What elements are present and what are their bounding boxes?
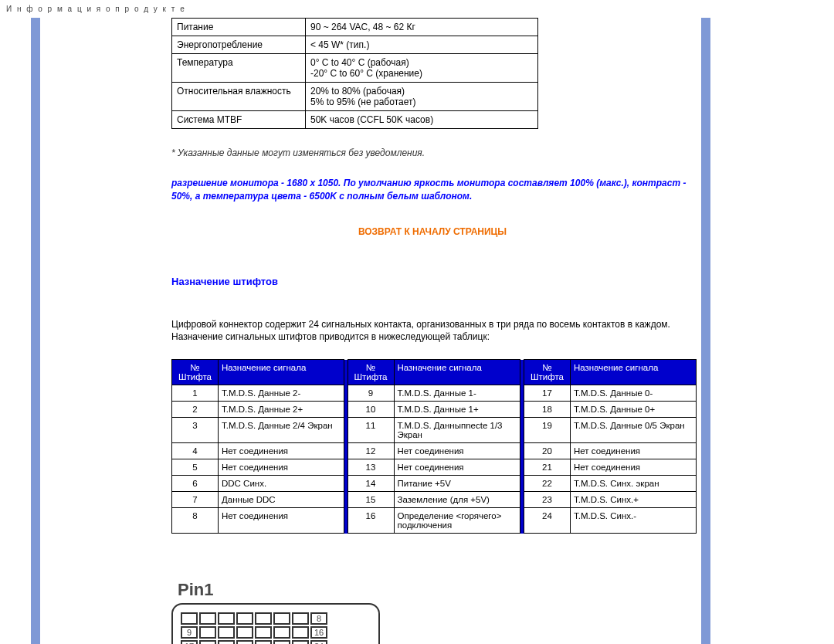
spec-label: Система MTBF bbox=[172, 111, 306, 129]
pin-sig: Нет соединения bbox=[394, 443, 520, 459]
pin-description: Цифровой коннектор содержит 24 сигнальны… bbox=[171, 318, 693, 344]
pin-box bbox=[181, 612, 198, 625]
table-row: 8Нет соединения16Определение <горячего> … bbox=[172, 508, 697, 534]
pin-num: 14 bbox=[348, 476, 394, 492]
pin-box bbox=[273, 612, 290, 625]
spec-label: Питание bbox=[172, 19, 306, 36]
pin-sig: Нет соединения bbox=[394, 459, 520, 476]
table-row: 4Нет соединения12Нет соединения20Нет сое… bbox=[172, 443, 697, 459]
pin-sig: T.M.D.S. Данные 0- bbox=[570, 385, 696, 402]
pin-box bbox=[236, 640, 253, 644]
pin-header: № Штифта bbox=[172, 360, 219, 385]
pin-sig: T.M.D.S. Данные 1- bbox=[394, 385, 520, 402]
table-row: 1T.M.D.S. Данные 2-9T.M.D.S. Данные 1-17… bbox=[172, 385, 697, 402]
section-title: Назначение штифтов bbox=[171, 276, 693, 287]
pin-sig: T.M.D.S. Данные 0+ bbox=[570, 402, 696, 418]
spec-value: 50K часов (CCFL 50K часов) bbox=[306, 111, 538, 129]
table-row: 3T.M.D.S. Данные 2/4 Экран11T.M.D.S. Дан… bbox=[172, 418, 697, 443]
pin-num: 7 bbox=[172, 492, 219, 508]
pin-box bbox=[292, 640, 309, 644]
connector-row-1: 8 bbox=[181, 612, 371, 625]
table-row: 2T.M.D.S. Данные 2+10T.M.D.S. Данные 1+1… bbox=[172, 402, 697, 418]
pin-sig: Нет соединения bbox=[570, 459, 696, 476]
pin-num: 6 bbox=[172, 476, 219, 492]
pin-sig: Определение <горячего> подключения bbox=[394, 508, 520, 534]
pin-sig: T.M.D.S. Данные 0/5 Экран bbox=[570, 418, 696, 443]
pin-num: 16 bbox=[348, 508, 394, 534]
pin-box bbox=[199, 640, 216, 644]
pin1-label: Pin1 bbox=[178, 580, 693, 600]
content-frame: Питание90 ~ 264 VAC, 48 ~ 62 Кг Энергопо… bbox=[31, 18, 710, 644]
pin-sig: T.M.D.S. Синх. экран bbox=[570, 476, 696, 492]
pin-num: 23 bbox=[524, 492, 570, 508]
pin-num: 8 bbox=[172, 508, 219, 534]
pin-box bbox=[218, 626, 235, 639]
pin-sig: T.M.D.S. Данныпnecte 1/3 Экран bbox=[394, 418, 520, 443]
pin-sig: T.M.D.S. Данные 1+ bbox=[394, 402, 520, 418]
pin-box: 9 bbox=[181, 626, 198, 639]
pin-box bbox=[255, 640, 272, 644]
pin-table: № Штифта Назначение сигнала № Штифта Наз… bbox=[171, 359, 697, 534]
spec-value: 20% to 80% (рабочая) 5% to 95% (не работ… bbox=[306, 83, 538, 111]
content-area: Питание90 ~ 264 VAC, 48 ~ 62 Кг Энергопо… bbox=[40, 18, 701, 644]
spec-label: Относительная влажность bbox=[172, 83, 306, 111]
pin-num: 17 bbox=[524, 385, 570, 402]
pin-num: 9 bbox=[348, 385, 394, 402]
pin-sig: T.M.D.S. Данные 2+ bbox=[219, 402, 344, 418]
table-row: Питание90 ~ 264 VAC, 48 ~ 62 Кг bbox=[172, 19, 538, 36]
pin-sig: Нет соединения bbox=[219, 443, 344, 459]
pin-num: 18 bbox=[524, 402, 570, 418]
pin-num: 21 bbox=[524, 459, 570, 476]
connector-diagram: Pin1 8 916 1724 bbox=[171, 580, 693, 644]
notice-blue: разрешение монитора - 1680 x 1050. По ум… bbox=[171, 177, 693, 203]
pin-num: 12 bbox=[348, 443, 394, 459]
pin-num: 4 bbox=[172, 443, 219, 459]
sig-header: Назначение сигнала bbox=[570, 360, 696, 385]
table-row: Система MTBF50K часов (CCFL 50K часов) bbox=[172, 111, 538, 129]
header-text: И н ф о р м а ц и я о п р о д у к т е bbox=[6, 5, 186, 13]
pin-box: 17 bbox=[181, 640, 198, 644]
pin-sig: Заземление (для +5V) bbox=[394, 492, 520, 508]
spec-table: Питание90 ~ 264 VAC, 48 ~ 62 Кг Энергопо… bbox=[171, 18, 538, 129]
table-row: Относительная влажность20% to 80% (рабоч… bbox=[172, 83, 538, 111]
pin-sig: T.M.D.S. Данные 2/4 Экран bbox=[219, 418, 344, 443]
pin-sig: Нет соединения bbox=[219, 508, 344, 534]
pin-num: 1 bbox=[172, 385, 219, 402]
return-top-link[interactable]: ВОЗВРАТ К НАЧАЛУ СТРАНИЦЫ bbox=[171, 226, 693, 237]
pin-num: 3 bbox=[172, 418, 219, 443]
pin-sig: DDC Синх. bbox=[219, 476, 344, 492]
pin-box bbox=[199, 626, 216, 639]
pin-box bbox=[255, 626, 272, 639]
pin-num: 11 bbox=[348, 418, 394, 443]
spec-label: Энергопотребление bbox=[172, 36, 306, 54]
pin-num: 13 bbox=[348, 459, 394, 476]
pin-num: 10 bbox=[348, 402, 394, 418]
pin-num: 5 bbox=[172, 459, 219, 476]
sig-header: Назначение сигнала bbox=[219, 360, 344, 385]
table-row: Температура0° C to 40° C (рабочая) -20° … bbox=[172, 54, 538, 83]
pin-sig: Нет соединения bbox=[219, 459, 344, 476]
connector-row-3: 1724 bbox=[181, 640, 371, 644]
pin-box bbox=[292, 612, 309, 625]
pin-box: 8 bbox=[310, 612, 327, 625]
pin-num: 15 bbox=[348, 492, 394, 508]
spec-value: < 45 W* (тип.) bbox=[306, 36, 538, 54]
pin-num: 22 bbox=[524, 476, 570, 492]
pin-sig: Данные DDC bbox=[219, 492, 344, 508]
spec-value: 0° C to 40° C (рабочая) -20° C to 60° C … bbox=[306, 54, 538, 83]
pin-box: 24 bbox=[310, 640, 327, 644]
pin-sig: T.M.D.S. Синх.+ bbox=[570, 492, 696, 508]
pin-box bbox=[292, 626, 309, 639]
pin-box bbox=[218, 612, 235, 625]
pin-box bbox=[236, 626, 253, 639]
connector-body: 8 916 1724 bbox=[171, 603, 380, 644]
connector-row-2: 916 bbox=[181, 626, 371, 639]
table-row: 6DDC Синх.14Питание +5V22T.M.D.S. Синх. … bbox=[172, 476, 697, 492]
pin-sig: T.M.D.S. Данные 2- bbox=[219, 385, 344, 402]
pin-num: 24 bbox=[524, 508, 570, 534]
pin-sig: Питание +5V bbox=[394, 476, 520, 492]
pin-box bbox=[273, 640, 290, 644]
pin-box bbox=[218, 640, 235, 644]
pin-box bbox=[199, 612, 216, 625]
pin-header: № Штифта bbox=[348, 360, 394, 385]
